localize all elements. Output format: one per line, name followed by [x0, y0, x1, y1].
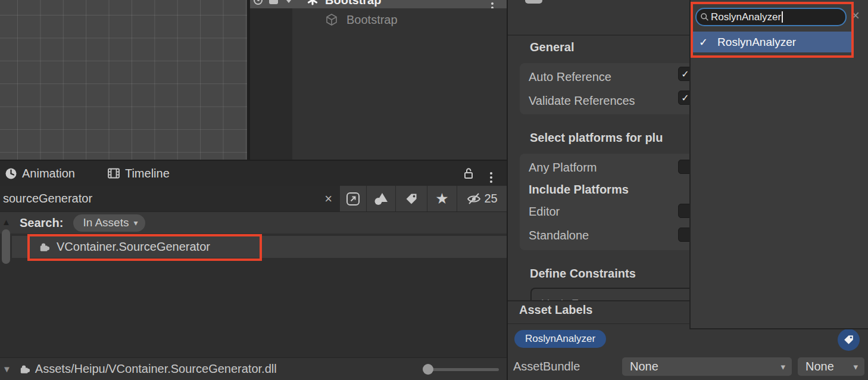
validate-references-label: Validate References [529, 94, 635, 108]
edit-labels-button[interactable] [838, 329, 860, 351]
search-scope-row: Search: In Assets ▾ [0, 212, 507, 233]
asset-label-pill[interactable]: RoslynAnalyzer [514, 330, 606, 348]
filter-by-label-icon[interactable] [395, 186, 427, 211]
eye-slash-icon [466, 192, 482, 206]
include-platforms-header: Include Platforms [529, 183, 629, 197]
open-in-new-window-button[interactable] [339, 186, 366, 211]
zoom-slider[interactable] [423, 364, 500, 375]
filter-by-type-icon[interactable] [366, 186, 395, 211]
chevron-down-icon: ▾ [853, 362, 858, 372]
any-platform-label: Any Platform [529, 161, 597, 175]
gameobject-cube-icon [324, 13, 339, 27]
chevron-down-icon: ▾ [780, 362, 785, 372]
section-title-platforms: Select platforms for plu [530, 131, 663, 145]
animation-panel: Animation Timeline sourceGenerator × [0, 161, 507, 380]
auto-reference-label: Auto Reference [529, 70, 611, 84]
hierarchy-header-bar[interactable]: Bootstrap [250, 0, 507, 8]
pickability-hand-icon[interactable] [269, 0, 278, 4]
tab-animation-label: Animation [22, 167, 75, 180]
assetbundle-variant-dropdown[interactable]: None ▾ [798, 357, 864, 376]
assetbundle-label: AssetBundle [513, 360, 580, 373]
film-icon [107, 167, 120, 179]
hierarchy-gutter [250, 8, 292, 160]
clock-icon [5, 167, 17, 180]
unity-editor-window: Bootstrap Bootstrap Animation [0, 0, 868, 380]
kebab-menu-icon[interactable] [490, 172, 492, 175]
gameobject-name: Bootstrap [346, 13, 398, 27]
chevron-down-icon: ▾ [133, 218, 138, 228]
annotation-box-search-result [27, 234, 262, 261]
search-input-value: sourceGenerator [3, 192, 92, 205]
scrollbar-thumb[interactable] [2, 229, 10, 264]
annotation-box-label-popup [691, 2, 854, 58]
hidden-packages-toggle[interactable]: 25 [457, 186, 507, 211]
section-title-constraints: Define Constraints [530, 267, 636, 281]
scrollbar-up-arrow[interactable]: ▲ [2, 217, 11, 227]
chevron-down-icon[interactable] [284, 0, 294, 3]
search-scope-dropdown[interactable]: In Assets ▾ [73, 214, 145, 232]
zoom-slider-knob[interactable] [423, 364, 433, 375]
favorites-star-icon[interactable]: ★ [427, 186, 457, 211]
hidden-count: 25 [484, 192, 497, 205]
section-title-general: General [530, 41, 574, 54]
prefab-root-title: Bootstrap [325, 0, 381, 7]
tag-icon [843, 334, 854, 345]
editor-platform-label: Editor [529, 205, 560, 219]
tab-bar: Animation Timeline [0, 161, 507, 186]
selected-asset-path: Assets/Heipu/VContainer.SourceGenerator.… [35, 362, 277, 376]
search-toolbar: sourceGenerator × ★ 25 [0, 186, 507, 212]
unlock-icon[interactable] [463, 167, 474, 180]
search-scope-label: Search: [20, 216, 63, 230]
section-title-asset-labels: Asset Labels [519, 303, 592, 317]
dll-puzzle-icon [18, 363, 30, 375]
standalone-platform-label: Standalone [529, 229, 589, 242]
clear-search-icon[interactable]: × [324, 192, 332, 205]
tab-animation[interactable]: Animation [5, 167, 75, 180]
scrollbar-down-arrow[interactable]: ▼ [2, 364, 11, 374]
hierarchy-panel: Bootstrap Bootstrap [250, 0, 507, 160]
tab-timeline-label: Timeline [125, 167, 170, 180]
search-input[interactable]: sourceGenerator × [0, 186, 339, 211]
tab-timeline[interactable]: Timeline [107, 167, 170, 180]
grid-view[interactable] [0, 0, 247, 160]
zoom-slider-track[interactable] [428, 368, 499, 371]
kebab-menu-icon[interactable] [491, 2, 494, 5]
inspector-tab-stub [525, 0, 542, 4]
visibility-eye-icon[interactable] [254, 0, 263, 5]
prefab-icon [307, 0, 319, 6]
hierarchy-row-bootstrap[interactable]: Bootstrap [292, 8, 507, 31]
assetbundle-dropdown[interactable]: None ▾ [622, 357, 792, 376]
asset-path-bar: ▼ Assets/Heipu/VContainer.SourceGenerato… [0, 357, 507, 380]
